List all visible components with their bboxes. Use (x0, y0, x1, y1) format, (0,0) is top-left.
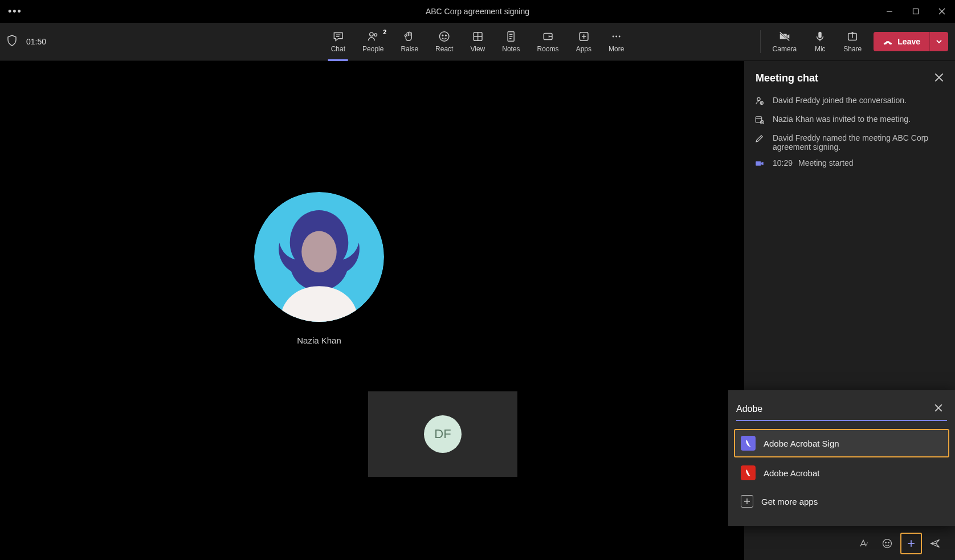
video-icon (754, 158, 766, 170)
tab-raise[interactable]: Raise (392, 23, 427, 61)
search-result-adobe-acrobat[interactable]: Adobe Acrobat (734, 459, 949, 487)
feed-text: David Freddy named the meeting ABC Corp … (773, 133, 945, 152)
meeting-timer: 01:50 (26, 37, 46, 46)
maximize-button[interactable] (903, 0, 929, 23)
result-label: Get more apps (761, 497, 818, 506)
svg-point-47 (885, 542, 887, 543)
mic-button[interactable]: Mic (805, 23, 835, 61)
svg-point-10 (446, 35, 447, 36)
svg-point-6 (370, 32, 373, 36)
send-icon (929, 538, 941, 549)
tab-label: Raise (401, 45, 418, 53)
acrobat-icon (741, 465, 756, 480)
result-label: Adobe Acrobat Sign (764, 439, 839, 448)
tab-more[interactable]: More (600, 23, 632, 61)
shield-privacy-icon[interactable] (7, 35, 17, 48)
self-view-tile[interactable]: DF (368, 391, 517, 477)
feed-item: David Freddy joined the conversation. (754, 96, 945, 108)
svg-point-48 (888, 542, 889, 543)
tab-rooms[interactable]: Rooms (529, 23, 568, 61)
more-menu-icon[interactable]: ••• (8, 6, 22, 18)
tab-people[interactable]: 2 People (354, 23, 392, 61)
tab-label: Apps (576, 45, 591, 53)
svg-point-23 (615, 36, 617, 38)
tab-label: View (470, 45, 485, 53)
svg-rect-1 (913, 9, 919, 14)
leave-chevron-button[interactable] (929, 32, 948, 51)
window-title: ABC Corp agreement signing (426, 7, 529, 16)
chevron-down-icon (936, 38, 942, 45)
control-label: Camera (773, 45, 797, 53)
clear-search-button[interactable] (932, 402, 945, 416)
participant-avatar (254, 192, 384, 322)
messaging-extensions-button[interactable] (900, 533, 922, 554)
tab-label: People (362, 45, 383, 53)
close-icon (934, 404, 942, 412)
search-result-adobe-acrobat-sign[interactable]: Adobe Acrobat Sign (734, 429, 949, 457)
feed-text: Nazia Khan was invited to the meeting. (773, 115, 911, 124)
tab-label: Notes (502, 45, 520, 53)
feed-time: 10:29 (773, 158, 793, 167)
self-avatar: DF (424, 415, 462, 453)
share-button[interactable]: Share (835, 23, 870, 61)
messaging-extensions-popover: Adobe Acrobat Sign Adobe Acrobat Get mor… (728, 390, 955, 526)
emoji-button[interactable] (876, 533, 898, 554)
svg-point-8 (440, 32, 450, 42)
plus-icon (905, 538, 917, 549)
acrobat-icon (741, 436, 756, 451)
close-icon (934, 73, 944, 82)
svg-point-33 (757, 97, 760, 100)
svg-point-24 (619, 36, 621, 38)
sidepanel-title: Meeting chat (756, 72, 818, 84)
svg-point-30 (301, 231, 337, 272)
result-label: Adobe Acrobat (764, 468, 819, 478)
plus-icon (741, 495, 753, 508)
close-window-button[interactable] (929, 0, 955, 23)
minimize-button[interactable] (876, 0, 903, 23)
person-add-icon (754, 96, 766, 108)
participant-name: Nazia Khan (254, 336, 384, 345)
tab-react[interactable]: React (427, 23, 462, 61)
control-label: Mic (815, 45, 826, 53)
svg-point-7 (374, 34, 377, 36)
svg-point-9 (442, 35, 443, 36)
feed-item: 10:29Meeting started (754, 158, 945, 170)
svg-rect-27 (819, 32, 822, 38)
format-button[interactable] (852, 533, 874, 554)
tab-view[interactable]: View (462, 23, 493, 61)
svg-point-22 (613, 36, 614, 38)
svg-point-46 (883, 539, 892, 548)
meeting-feed: David Freddy joined the conversation. Na… (744, 92, 955, 174)
send-button[interactable] (924, 533, 946, 554)
tab-chat[interactable]: Chat (323, 23, 354, 61)
feed-item: Nazia Khan was invited to the meeting. (754, 115, 945, 126)
tab-apps[interactable]: Apps (568, 23, 600, 61)
feed-text: David Freddy joined the conversation. (773, 96, 907, 105)
leave-button[interactable]: Leave (874, 32, 929, 51)
tab-label: Rooms (537, 45, 559, 53)
pencil-icon (754, 133, 766, 145)
app-search-input[interactable] (736, 404, 932, 414)
toolbar-divider (760, 30, 761, 53)
leave-label: Leave (897, 37, 920, 46)
close-sidepanel-button[interactable] (934, 73, 944, 84)
feed-text: Meeting started (798, 158, 854, 167)
calendar-add-icon (754, 115, 766, 126)
control-label: Share (843, 45, 862, 53)
camera-button[interactable]: Camera (764, 23, 806, 61)
tab-label: More (609, 45, 624, 53)
participant-tile: Nazia Khan (360, 192, 384, 345)
tab-notes[interactable]: Notes (493, 23, 528, 61)
search-result-get-more-apps[interactable]: Get more apps (734, 488, 949, 514)
tab-label: React (435, 45, 453, 53)
hangup-icon (883, 36, 893, 47)
tab-label: Chat (331, 45, 345, 53)
feed-item: David Freddy named the meeting ABC Corp … (754, 133, 945, 152)
people-count-badge: 2 (383, 28, 386, 35)
